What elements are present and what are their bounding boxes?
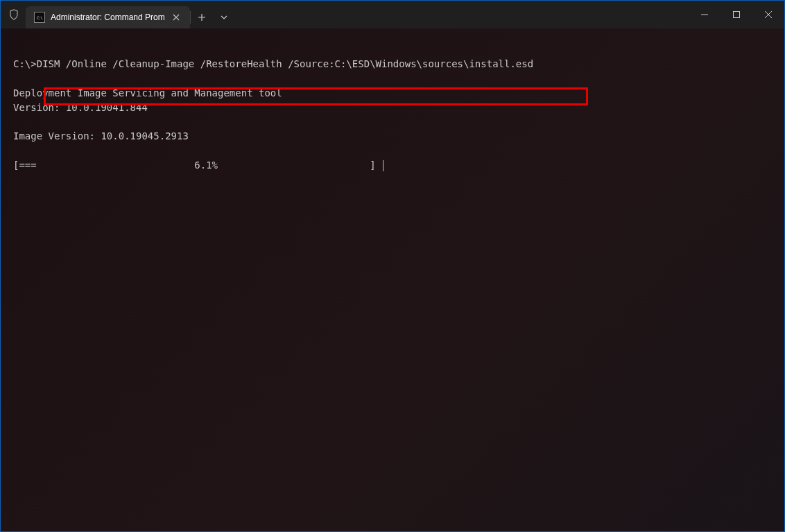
close-button[interactable] — [752, 1, 784, 28]
tab-dropdown-button[interactable] — [213, 6, 235, 28]
progress-line: [=== 6.1% ] — [13, 159, 772, 172]
blank-line — [13, 116, 772, 129]
shield-icon — [8, 8, 20, 21]
tab-title: Administrator: Command Prom — [51, 12, 165, 22]
tab-operations — [190, 6, 235, 28]
command-line: C:\>DISM /Online /Cleanup-Image /Restore… — [13, 58, 772, 71]
blank-line — [13, 144, 772, 157]
tab-close-button[interactable] — [171, 12, 182, 23]
cmd-icon: C:\ — [34, 12, 45, 23]
svg-rect-0 — [734, 12, 740, 18]
titlebar[interactable]: C:\ Administrator: Command Prom — [1, 1, 784, 28]
output-line: Image Version: 10.0.19045.2913 — [13, 130, 772, 143]
minimize-button[interactable] — [689, 1, 721, 28]
new-tab-button[interactable] — [191, 6, 213, 28]
prompt-text: C:\> — [13, 58, 37, 69]
maximize-button[interactable] — [721, 1, 752, 28]
terminal-window: C:\ Administrator: Command Prom — [0, 0, 785, 532]
blank-line — [13, 72, 772, 85]
progress-text: [=== 6.1% ] — [13, 160, 381, 171]
output-line: Version: 10.0.19041.844 — [13, 101, 772, 114]
window-controls — [689, 1, 784, 28]
cursor-icon — [383, 160, 383, 171]
output-line: Deployment Image Servicing and Managemen… — [13, 87, 772, 100]
command-text: DISM /Online /Cleanup-Image /RestoreHeal… — [37, 58, 533, 69]
terminal-content[interactable]: C:\>DISM /Online /Cleanup-Image /Restore… — [1, 28, 784, 531]
tab-active[interactable]: C:\ Administrator: Command Prom — [26, 6, 190, 28]
